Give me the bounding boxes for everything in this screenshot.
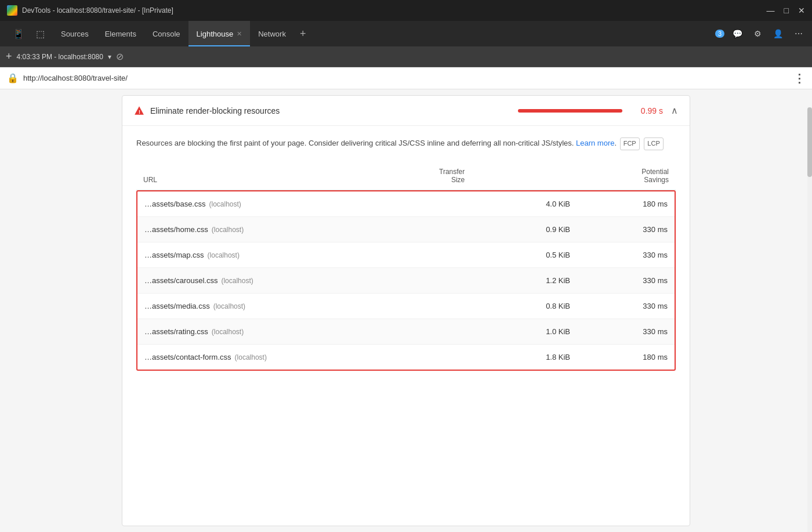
url-column-header: URL — [136, 162, 275, 190]
transfer-size-cell: 1.2 KiB — [481, 267, 577, 293]
audit-description: Resources are blocking the first paint o… — [136, 137, 676, 150]
potential-savings-cell: 330 ms — [577, 293, 675, 319]
title-bar: DevTools - localhost:8080/travel-site/ -… — [0, 0, 812, 21]
resource-table: URL TransferSize PotentialSavings — [136, 162, 676, 190]
tab-console[interactable]: Console — [144, 21, 188, 46]
audit-body: Resources are blocking the first paint o… — [122, 126, 690, 380]
lcp-badge: LCP — [644, 137, 663, 150]
transfer-size-cell: 4.0 KiB — [481, 191, 577, 217]
url-bar: 🔒 http://localhost:8080/travel-site/ ⋮ — [0, 67, 812, 89]
transfer-size-cell: 1.8 KiB — [481, 344, 577, 370]
potential-savings-cell: 180 ms — [577, 344, 675, 370]
table-row: …assets/base.css(localhost)4.0 KiB180 ms — [137, 191, 675, 217]
more-menu-button[interactable]: ⋯ — [790, 26, 807, 42]
potential-savings-cell: 330 ms — [577, 267, 675, 293]
security-icon: 🔒 — [7, 73, 19, 84]
audit-collapse-chevron[interactable]: ∧ — [671, 105, 678, 116]
resource-url-cell: …assets/base.css(localhost) — [137, 191, 481, 217]
resource-url-cell: …assets/rating.css(localhost) — [137, 319, 481, 344]
transfer-size-cell: 0.8 KiB — [481, 293, 577, 319]
potential-savings-column-header: PotentialSavings — [472, 162, 676, 190]
potential-savings-cell: 180 ms — [577, 191, 675, 217]
audit-title: Eliminate render-blocking resources — [150, 106, 512, 115]
resource-url-cell: …assets/home.css(localhost) — [137, 216, 481, 242]
table-row: …assets/carousel.css(localhost)1.2 KiB33… — [137, 267, 675, 293]
window-title: DevTools - localhost:8080/travel-site/ -… — [22, 6, 173, 15]
resource-url-cell: …assets/carousel.css(localhost) — [137, 267, 481, 293]
new-tab-button[interactable]: + — [6, 50, 12, 63]
potential-savings-cell: 330 ms — [577, 319, 675, 344]
table-row: …assets/home.css(localhost)0.9 KiB330 ms — [137, 216, 675, 242]
tab-network[interactable]: Network — [250, 21, 294, 46]
tab-sources[interactable]: Sources — [53, 21, 97, 46]
highlighted-resource-table: …assets/base.css(localhost)4.0 KiB180 ms… — [137, 191, 675, 370]
address-dropdown-icon[interactable]: ▾ — [108, 53, 111, 61]
close-button[interactable]: ✕ — [798, 6, 805, 15]
transfer-size-cell: 1.0 KiB — [481, 319, 577, 344]
scrollbar-thumb[interactable] — [807, 107, 812, 177]
tab-close-icon[interactable]: ✕ — [237, 30, 242, 38]
tab-add-button[interactable]: + — [294, 28, 312, 40]
resource-url-cell: …assets/contact-form.css(localhost) — [137, 344, 481, 370]
resource-url-cell: …assets/media.css(localhost) — [137, 293, 481, 319]
tab-elements[interactable]: Elements — [97, 21, 144, 46]
devtools-tab-bar: 📱 ⬚ Sources Elements Console Lighthouse … — [0, 21, 812, 46]
resource-url-cell: …assets/map.css(localhost) — [137, 242, 481, 267]
notification-button[interactable]: 💬 — [728, 26, 747, 42]
maximize-button[interactable]: □ — [784, 6, 789, 15]
transfer-size-column-header: TransferSize — [275, 162, 472, 190]
table-row: …assets/media.css(localhost)0.8 KiB330 m… — [137, 293, 675, 319]
url-display[interactable]: http://localhost:8080/travel-site/ — [23, 74, 789, 82]
url-menu-dots[interactable]: ⋮ — [793, 71, 805, 85]
main-content: ! Eliminate render-blocking resources 0.… — [0, 89, 812, 532]
audit-score-bar — [518, 109, 622, 113]
audit-card: ! Eliminate render-blocking resources 0.… — [122, 95, 690, 526]
settings-button[interactable]: ⚙ — [749, 26, 766, 42]
highlighted-rows-section: …assets/base.css(localhost)4.0 KiB180 ms… — [136, 190, 676, 371]
fcp-badge: FCP — [620, 137, 640, 150]
table-header-row: URL TransferSize PotentialSavings — [136, 162, 676, 190]
table-row: …assets/map.css(localhost)0.5 KiB330 ms — [137, 242, 675, 267]
profile-button[interactable]: 👤 — [768, 26, 788, 42]
svg-text:!: ! — [139, 109, 140, 115]
audit-score-value: 0.99 s — [634, 106, 663, 115]
tab-lighthouse[interactable]: Lighthouse ✕ — [188, 21, 251, 46]
transfer-size-cell: 0.9 KiB — [481, 216, 577, 242]
device-toggle-icon[interactable]: 📱 — [9, 26, 28, 42]
resource-table-wrapper: URL TransferSize PotentialSavings …asset… — [136, 162, 676, 380]
table-row: …assets/rating.css(localhost)1.0 KiB330 … — [137, 319, 675, 344]
warning-icon: ! — [134, 106, 144, 116]
browser-icon — [7, 5, 17, 16]
address-bar: + 4:03:33 PM - localhost:8080 ▾ ⊘ — [0, 46, 812, 67]
stop-icon[interactable]: ⊘ — [116, 51, 124, 62]
learn-more-link[interactable]: Learn more — [576, 139, 614, 147]
notification-badge: 3 — [715, 30, 724, 38]
table-row: …assets/contact-form.css(localhost)1.8 K… — [137, 344, 675, 370]
potential-savings-cell: 330 ms — [577, 216, 675, 242]
audit-header: ! Eliminate render-blocking resources 0.… — [122, 96, 690, 126]
potential-savings-cell: 330 ms — [577, 242, 675, 267]
timestamp-display: 4:03:33 PM - localhost:8080 — [17, 53, 103, 61]
transfer-size-cell: 0.5 KiB — [481, 242, 577, 267]
minimize-button[interactable]: — — [767, 6, 775, 15]
inspect-element-icon[interactable]: ⬚ — [32, 26, 48, 42]
